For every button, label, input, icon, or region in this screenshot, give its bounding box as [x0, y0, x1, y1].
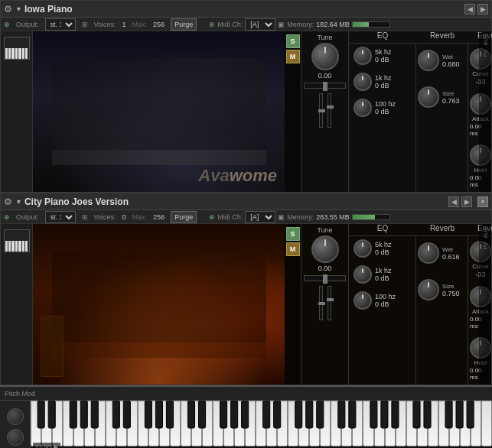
city-controls-area: EQ Reverb Envelope 5k — [349, 224, 492, 385]
iowa-midi-select[interactable]: [A] 1 — [245, 18, 275, 31]
white-key[interactable] — [363, 401, 373, 446]
piano-keys[interactable]: +3 oct ▶ — [31, 401, 492, 448]
keyboard-section: Pitch Mod — [0, 385, 492, 448]
white-key[interactable] — [428, 401, 438, 446]
white-key[interactable] — [417, 401, 428, 446]
white-key[interactable] — [63, 401, 73, 446]
white-key[interactable] — [396, 401, 406, 446]
iowa-reverb-wet-knob[interactable] — [418, 50, 439, 71]
iowa-tune-col: Tune 0.00 — [301, 31, 349, 192]
octave-offset-label[interactable]: +3 oct ▶ — [33, 443, 60, 448]
white-key[interactable] — [406, 401, 417, 446]
white-key[interactable] — [106, 401, 116, 446]
white-key[interactable] — [309, 401, 320, 446]
white-key[interactable] — [460, 401, 471, 446]
iowa-s-button[interactable]: S — [286, 34, 300, 48]
white-key[interactable] — [481, 401, 492, 446]
iowa-nav-right[interactable]: ▶ — [477, 4, 488, 15]
city-voices-sep: Max: — [132, 213, 148, 221]
city-tune-slider-v1[interactable] — [319, 286, 323, 320]
iowa-gear-icon[interactable]: ⚙ — [4, 4, 12, 15]
white-key[interactable] — [202, 401, 213, 446]
white-key[interactable] — [385, 401, 396, 446]
white-key[interactable] — [320, 401, 331, 446]
white-key[interactable] — [298, 401, 309, 446]
pitch-controls — [0, 401, 31, 448]
white-key[interactable] — [277, 401, 288, 446]
white-key[interactable] — [148, 401, 159, 446]
white-key[interactable] — [449, 401, 460, 446]
white-key[interactable] — [191, 401, 202, 446]
white-key[interactable] — [181, 401, 191, 446]
white-key[interactable] — [170, 401, 181, 446]
white-key[interactable] — [31, 401, 41, 446]
city-eq-knob3[interactable] — [354, 291, 372, 310]
city-output-select[interactable]: st. 1 — [45, 211, 76, 223]
white-key[interactable] — [84, 401, 95, 446]
iowa-eq-knob1[interactable] — [354, 47, 372, 65]
white-key[interactable] — [374, 401, 385, 446]
white-key[interactable] — [116, 401, 127, 446]
city-close-btn[interactable]: × — [477, 196, 488, 207]
iowa-eq-header: EQ — [349, 31, 416, 43]
white-key[interactable] — [438, 401, 449, 446]
iowa-pv-label: PV — [483, 50, 488, 57]
city-s-button[interactable]: S — [286, 227, 300, 241]
white-key[interactable] — [138, 401, 148, 446]
iowa-reverb-wet: Wet 0.680 — [418, 50, 466, 71]
city-center-image — [33, 224, 285, 385]
city-tune-slider-v2[interactable] — [327, 286, 331, 320]
white-key[interactable] — [41, 401, 52, 446]
iowa-tune-slider-v1[interactable] — [319, 93, 323, 128]
city-tune-slider-h[interactable] — [304, 275, 346, 281]
city-tune-knob[interactable] — [311, 235, 339, 263]
white-key[interactable] — [288, 401, 298, 446]
iowa-purge-btn[interactable]: Purge — [171, 18, 197, 31]
white-key[interactable] — [471, 401, 481, 446]
iowa-piano-thumbnail — [4, 37, 30, 60]
city-m-button[interactable]: M — [286, 242, 300, 256]
city-eq-header: EQ — [349, 224, 416, 235]
city-reverb-wet-knob[interactable] — [418, 242, 439, 264]
iowa-eq-knob2[interactable] — [354, 73, 372, 91]
iowa-tune-slider-h[interactable] — [304, 83, 346, 89]
city-reverb-size-knob[interactable] — [418, 279, 439, 300]
iowa-reverb-size-label: Size — [442, 90, 460, 97]
white-key[interactable] — [341, 401, 352, 446]
white-key[interactable] — [352, 401, 363, 446]
city-midi-select[interactable]: [A] 2 — [245, 211, 275, 223]
iowa-tune-knob[interactable] — [311, 43, 339, 70]
city-triangle-icon: ▼ — [15, 198, 22, 206]
white-key[interactable] — [95, 401, 106, 446]
white-key[interactable] — [256, 401, 266, 446]
white-key[interactable] — [159, 401, 170, 446]
iowa-m-button[interactable]: M — [286, 50, 300, 63]
white-key[interactable] — [331, 401, 341, 446]
white-key[interactable] — [213, 401, 223, 446]
city-eq-knob1[interactable] — [354, 239, 372, 258]
city-nav-left[interactable]: ◀ — [448, 196, 459, 207]
city-purge-btn[interactable]: Purge — [171, 211, 197, 223]
city-tune-col: Tune 0.00 — [301, 224, 349, 385]
white-key[interactable] — [266, 401, 277, 446]
white-key[interactable] — [234, 401, 245, 446]
iowa-aux-pv: AUX PV — [479, 31, 491, 192]
city-eq-knob2[interactable] — [354, 265, 372, 284]
iowa-output-select[interactable]: st. 1 — [45, 18, 76, 31]
white-key[interactable] — [73, 401, 84, 446]
city-nav-right[interactable]: ▶ — [461, 196, 472, 207]
pitch-knob-1[interactable] — [7, 408, 24, 425]
iowa-reverb-size-knob[interactable] — [418, 86, 439, 108]
iowa-nav-left[interactable]: ◀ — [464, 4, 475, 15]
white-key[interactable] — [52, 401, 63, 446]
iowa-eq-knob3[interactable] — [354, 99, 372, 117]
white-key[interactable] — [127, 401, 138, 446]
white-key[interactable] — [245, 401, 256, 446]
city-aux-label: AUX — [483, 227, 488, 238]
city-gear-icon[interactable]: ⚙ — [4, 196, 12, 207]
white-key[interactable] — [223, 401, 234, 446]
pitch-knob-2[interactable] — [7, 429, 24, 446]
city-voices-icon: ⊞ — [82, 213, 88, 221]
iowa-tune-slider-v2[interactable] — [327, 93, 331, 128]
iowa-header-bar: ⚙ ▼ Iowa Piano ◀ ▶ — [1, 1, 491, 18]
